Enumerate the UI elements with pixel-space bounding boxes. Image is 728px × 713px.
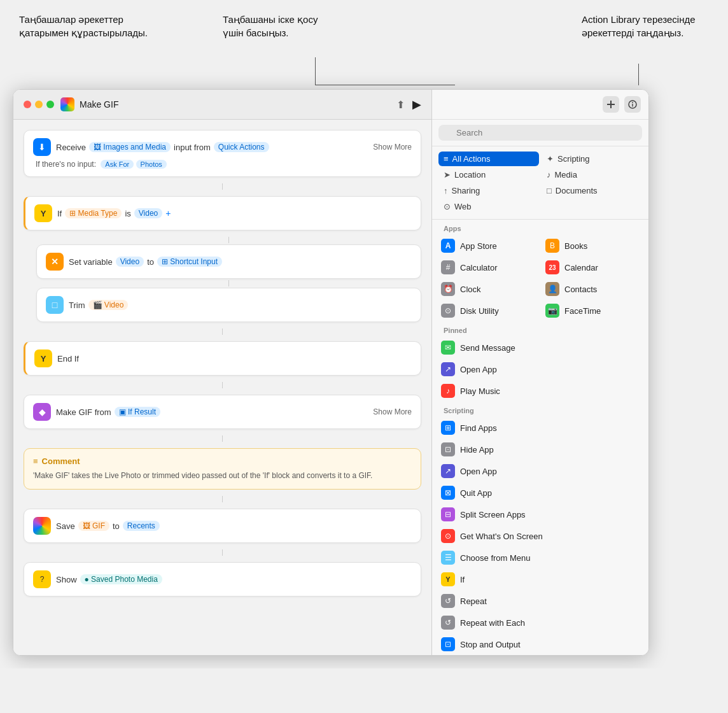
show-more-gif[interactable]: Show More <box>373 407 412 416</box>
stop-output-label: Stop and Output <box>460 640 521 649</box>
cat-sharing[interactable]: ↑ Sharing <box>438 183 539 198</box>
fullscreen-button[interactable] <box>46 101 54 108</box>
stop-output-icon: ⊡ <box>441 637 455 651</box>
action-calendar[interactable]: 23 Calendar <box>540 257 645 278</box>
connector1 <box>222 183 223 190</box>
if-result-pill[interactable]: ▣ If Result <box>115 407 160 417</box>
cat-web-icon: ⊙ <box>444 202 451 211</box>
repeat-each-label: Repeat with Each <box>460 618 525 628</box>
if-block: Y If ⊞ Media Type is Video + <box>24 196 421 230</box>
cat-media-label: Media <box>555 170 577 180</box>
scripting-section-label: Scripting <box>436 402 645 417</box>
gif-pill[interactable]: 🖼 GIF <box>78 521 109 531</box>
action-repeat-each[interactable]: ↺ Repeat with Each <box>436 612 645 633</box>
get-screen-label: Get What's On Screen <box>460 532 543 541</box>
choose-menu-label: Choose from Menu <box>460 553 531 563</box>
add-action-button[interactable] <box>603 96 619 113</box>
calendar-icon: 23 <box>545 260 559 274</box>
if-text: If ⊞ Media Type is Video + <box>57 208 171 218</box>
cat-documents[interactable]: □ Documents <box>542 183 642 198</box>
show-more-receive[interactable]: Show More <box>373 143 412 152</box>
action-contacts[interactable]: 👤 Contacts <box>540 278 645 300</box>
save-icon <box>33 517 51 535</box>
quick-actions-pill[interactable]: Quick Actions <box>214 142 269 152</box>
books-icon: B <box>545 239 559 253</box>
pinned-section-label: Pinned <box>436 321 645 337</box>
search-input[interactable] <box>438 125 642 141</box>
media-type-pill[interactable]: ⊞ Media Type <box>65 208 122 218</box>
cat-all-actions[interactable]: ≡ All Actions <box>438 152 539 166</box>
action-stop-output[interactable]: ⊡ Stop and Output <box>436 633 645 655</box>
trim-header: □ Trim 🎬 Video <box>46 296 412 314</box>
cat-scripting-icon: ✦ <box>547 154 554 164</box>
cat-documents-label: Documents <box>556 186 598 195</box>
shortcut-input-pill[interactable]: ⊞ Shortcut Input <box>157 257 222 267</box>
connector4 <box>222 328 223 335</box>
cat-location-icon: ➤ <box>444 170 451 180</box>
left-panel: Make GIF ⬆ ▶ ⬇ Receive 🖼 Images and Medi… <box>13 90 432 655</box>
action-repeat[interactable]: ↺ Repeat <box>436 590 645 612</box>
action-send-message[interactable]: ✉ Send Message <box>436 337 645 358</box>
action-books[interactable]: B Books <box>540 235 645 257</box>
cat-media[interactable]: ♪ Media <box>542 167 642 182</box>
right-header <box>432 90 648 120</box>
video-var-pill[interactable]: Video <box>116 257 144 267</box>
show-header: ? Show ● Saved Photo Media <box>33 570 412 588</box>
annotation-left: Таңбашалар әрекеттер қатарымен құрастыры… <box>19 13 159 39</box>
action-app-store[interactable]: A App Store <box>436 235 540 257</box>
play-music-label: Play Music <box>460 386 500 396</box>
action-clock[interactable]: ⏰ Clock <box>436 278 540 300</box>
trim-text: Trim 🎬 Video <box>69 300 128 310</box>
connector6 <box>222 435 223 442</box>
images-media-pill[interactable]: 🖼 Images and Media <box>89 142 171 152</box>
cat-web[interactable]: ⊙ Web <box>438 199 539 214</box>
recents-pill[interactable]: Recents <box>123 521 160 531</box>
svg-rect-3 <box>632 104 633 107</box>
open-app-pinned-icon: ↗ <box>441 362 455 376</box>
action-quit-app[interactable]: ⊠ Quit App <box>436 482 645 504</box>
send-message-label: Send Message <box>460 343 515 353</box>
trim-video-pill[interactable]: 🎬 Video <box>88 300 129 310</box>
annotation-center: Таңбашаны іске қосу үшін басыңыз. <box>223 13 337 39</box>
receive-block-header: ⬇ Receive 🖼 Images and Media input from … <box>33 138 412 156</box>
action-find-apps[interactable]: ⊞ Find Apps <box>436 417 645 439</box>
action-get-screen[interactable]: ⊙ Get What's On Screen <box>436 525 645 547</box>
end-if-block: Y End If <box>24 341 421 376</box>
find-apps-icon: ⊞ <box>441 421 455 435</box>
close-button[interactable] <box>24 101 31 108</box>
if-indent: ✕ Set variable Video to ⊞ Shortcut Input… <box>36 236 421 322</box>
cat-location[interactable]: ➤ Location <box>438 167 539 182</box>
end-if-icon: Y <box>34 349 52 367</box>
action-choose-menu[interactable]: ☰ Choose from Menu <box>436 547 645 568</box>
action-facetime[interactable]: 📷 FaceTime <box>540 300 645 321</box>
minimize-button[interactable] <box>35 101 43 108</box>
photos-pill[interactable]: Photos <box>136 160 167 169</box>
share-button[interactable]: ⬆ <box>396 99 405 111</box>
add-condition-btn[interactable]: + <box>165 208 171 218</box>
workflow-area: ⬇ Receive 🖼 Images and Media input from … <box>13 120 431 655</box>
cat-scripting[interactable]: ✦ Scripting <box>542 152 642 166</box>
play-music-icon: ♪ <box>441 384 455 398</box>
action-play-music[interactable]: ♪ Play Music <box>436 380 645 402</box>
comment-icon: ≡ <box>33 456 38 466</box>
action-hide-app[interactable]: ⊡ Hide App <box>436 439 645 460</box>
set-variable-text: Set variable Video to ⊞ Shortcut Input <box>69 257 222 267</box>
action-if-scripting[interactable]: Y If <box>436 568 645 590</box>
end-if-text: End If <box>57 354 79 364</box>
app-store-label: App Store <box>460 241 497 251</box>
action-disk-utility[interactable]: ⊙ Disk Utility <box>436 300 540 321</box>
info-button[interactable] <box>624 96 641 113</box>
action-open-app-scripting[interactable]: ↗ Open App <box>436 460 645 482</box>
action-split-screen[interactable]: ⊟ Split Screen Apps <box>436 504 645 525</box>
connector8 <box>222 549 223 556</box>
choose-menu-icon: ☰ <box>441 551 455 565</box>
ask-for-pill[interactable]: Ask For <box>101 160 134 169</box>
find-apps-label: Find Apps <box>460 423 497 433</box>
action-calculator[interactable]: # Calculator <box>436 257 540 278</box>
saved-photo-pill[interactable]: ● Saved Photo Media <box>80 574 162 584</box>
split-screen-label: Split Screen Apps <box>460 510 526 519</box>
video-pill[interactable]: Video <box>134 208 162 218</box>
calendar-label: Calendar <box>564 263 598 272</box>
run-button[interactable]: ▶ <box>412 97 421 111</box>
action-open-app-pinned[interactable]: ↗ Open App <box>436 358 645 380</box>
